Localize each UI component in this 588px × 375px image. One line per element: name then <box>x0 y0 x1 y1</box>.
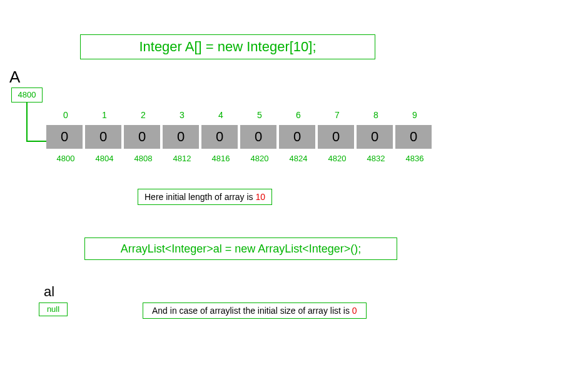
index-label: 2 <box>124 110 163 120</box>
note-value: 0 <box>352 306 357 316</box>
index-label: 6 <box>279 110 318 120</box>
address-label: 4816 <box>201 154 240 163</box>
array-cell: 0 <box>357 125 393 149</box>
array-cell: 0 <box>318 125 354 149</box>
array-cell: 0 <box>85 125 121 149</box>
note-value: 10 <box>255 192 265 202</box>
note-array-length: Here initial length of array is 10 <box>138 189 272 205</box>
address-label: 4832 <box>357 154 395 163</box>
note-arraylist-size: And in case of arraylist the initial siz… <box>143 302 367 319</box>
index-label: 4 <box>201 110 240 120</box>
var-label-A: A <box>9 68 20 87</box>
array-cell: 0 <box>163 125 199 149</box>
code-declaration-arraylist: ArrayList<Integer>al = new ArrayList<Int… <box>84 238 397 260</box>
index-label: 5 <box>240 110 279 120</box>
array-cell: 0 <box>279 125 315 149</box>
index-label: 9 <box>395 110 434 120</box>
pointer-address-box: 4800 <box>11 88 43 102</box>
index-label: 1 <box>85 110 124 120</box>
note-text: And in case of arraylist the initial siz… <box>152 306 352 316</box>
array-cell: 0 <box>124 125 160 149</box>
index-row: 0 1 2 3 4 5 6 7 8 9 <box>46 110 434 120</box>
address-label: 4808 <box>124 154 163 163</box>
index-label: 3 <box>163 110 201 120</box>
address-label: 4800 <box>46 154 85 163</box>
index-label: 8 <box>357 110 395 120</box>
array-cell: 0 <box>201 125 238 149</box>
array-cell: 0 <box>240 125 276 149</box>
address-label: 4804 <box>85 154 124 163</box>
address-label: 4824 <box>279 154 318 163</box>
index-label: 7 <box>318 110 357 120</box>
array-cell: 0 <box>46 125 83 149</box>
pointer-connector-vertical <box>26 102 28 141</box>
null-box: null <box>39 302 68 316</box>
code-declaration-array: Integer A[] = new Integer[10]; <box>80 34 375 59</box>
pointer-connector-horizontal <box>26 141 46 142</box>
note-text: Here initial length of array is <box>144 192 255 202</box>
address-label: 4812 <box>163 154 201 163</box>
address-label: 4820 <box>318 154 357 163</box>
index-label: 0 <box>46 110 85 120</box>
address-row: 4800 4804 4808 4812 4816 4820 4824 4820 … <box>46 154 434 163</box>
array-cell: 0 <box>395 125 432 149</box>
var-label-al: al <box>44 284 54 300</box>
address-label: 4820 <box>240 154 279 163</box>
address-label: 4836 <box>395 154 434 163</box>
array-cells: 0 0 0 0 0 0 0 0 0 0 <box>46 125 434 149</box>
